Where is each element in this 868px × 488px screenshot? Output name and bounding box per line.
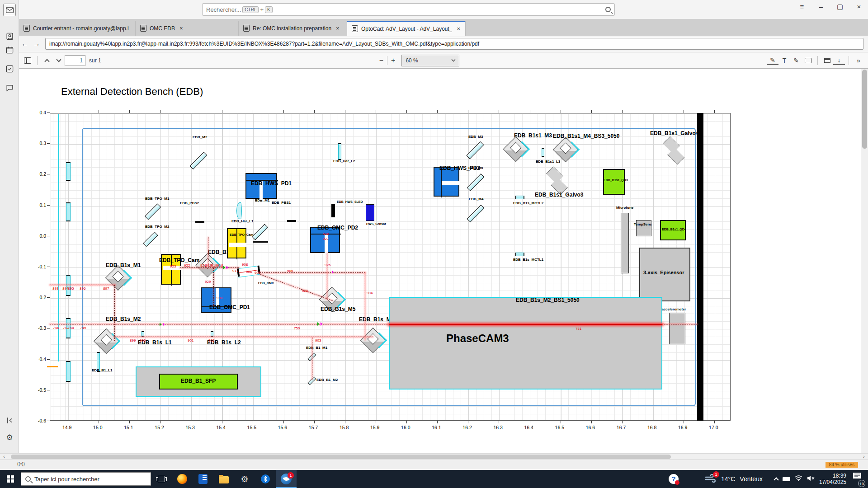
weather-condition[interactable]: Venteux <box>740 475 763 483</box>
thunderbird-icon[interactable]: 1 <box>276 470 297 488</box>
beam-b1-down <box>312 338 312 380</box>
battery-icon[interactable] <box>783 476 790 483</box>
more-tools-icon[interactable]: » <box>853 55 864 66</box>
lens-column-2 <box>66 202 71 221</box>
navigation-bar: ← → imap://romain.gouaty%40lapp.in2p3.fr… <box>19 36 868 52</box>
collapse-sidebar-icon[interactable] <box>3 414 16 427</box>
blabel: 901 <box>188 338 193 343</box>
previous-page-icon[interactable] <box>41 55 53 66</box>
task-view-button[interactable] <box>151 470 172 488</box>
edb-pbs1-label: EDB_PBS1 <box>272 201 291 205</box>
text-tool-icon[interactable]: T <box>778 55 790 66</box>
x-tick-label: 16.6 <box>586 425 595 430</box>
page-number-input[interactable]: 1 <box>65 55 85 66</box>
vertical-scrollbar[interactable] <box>861 69 868 453</box>
help-tray-icon[interactable]: ? <box>669 474 679 484</box>
tab-close-icon[interactable]: × <box>457 25 460 32</box>
pdf-toolbar: 1 sur 1 − + 60 % ✎ T ✎ ↓ » <box>19 52 868 69</box>
volume-muted-icon[interactable] <box>807 475 815 483</box>
x-tick-label: 17.0 <box>709 425 718 430</box>
x-tick-label: 16.2 <box>462 425 472 430</box>
x-tick-label: 16.8 <box>647 425 656 430</box>
bluetooth-icon[interactable] <box>255 470 276 488</box>
edb-b1s-m2-bs1-label: EDB_B1s_M2_BS1_5050 <box>516 297 580 303</box>
scroll-right-icon[interactable]: › <box>861 454 867 460</box>
file-explorer-icon[interactable] <box>213 470 234 488</box>
maximize-button[interactable]: ▢ <box>834 3 846 11</box>
document-tab-icon <box>243 25 250 32</box>
mark <box>163 323 166 326</box>
tab-close-icon[interactable]: × <box>179 25 183 32</box>
global-search-input[interactable]: Rechercher... CTRL + K <box>202 3 615 16</box>
download-icon[interactable]: ↓ <box>833 56 845 65</box>
blabel: 749 <box>80 326 86 330</box>
zoom-out-icon[interactable]: − <box>379 56 383 65</box>
blabel: 919 <box>211 263 217 267</box>
mail-app-icon[interactable] <box>193 470 213 488</box>
thunderbird-badge: 1 <box>288 472 294 479</box>
blabel: 908 <box>242 263 248 267</box>
address-book-icon[interactable] <box>3 30 16 42</box>
tab-close-icon[interactable]: × <box>336 25 340 32</box>
pdf-sidebar-toggle-icon[interactable] <box>22 55 33 66</box>
screen: ⚙ Rechercher... CTRL + K ≡ – ▢ × Courrie… <box>0 0 868 488</box>
app-menu-button[interactable]: ≡ <box>796 3 808 11</box>
close-button[interactable]: × <box>853 3 865 11</box>
x-tick-label: 15.8 <box>340 425 349 430</box>
edb-b1s-mctl1-label: EDB_B1s_MCTL1 <box>513 258 543 262</box>
tab-1[interactable]: OMC EDB× <box>136 21 239 36</box>
x-tick-label: 16.7 <box>617 425 626 430</box>
weather-icon[interactable]: 1 <box>705 474 717 484</box>
scroll-left-icon[interactable]: ‹ <box>1 454 7 460</box>
x-tick-label: 16.3 <box>493 425 502 430</box>
mail-space-icon[interactable] <box>3 4 16 16</box>
settings-icon[interactable]: ⚙ <box>234 470 255 488</box>
tab-label: Courrier entrant - romain.gouaty@lapp.i <box>33 25 129 32</box>
highlight-tool-icon[interactable]: ✎ <box>767 56 778 65</box>
zoom-select[interactable]: 60 % <box>401 55 459 66</box>
back-icon[interactable]: ← <box>19 40 31 48</box>
wifi-icon[interactable] <box>795 475 802 483</box>
edb-b1s1-qd3-label: EDB_B1s1_QD3 <box>604 178 628 182</box>
edb-m4-label: EDB_M4 <box>469 197 483 201</box>
edb-b1-l1-label: EDB_B1_L1 <box>92 368 112 372</box>
tasks-icon[interactable] <box>3 62 16 75</box>
blabel: 923 <box>170 264 176 268</box>
taskbar-clock[interactable]: 18:39 17/04/2025 <box>819 473 846 485</box>
blabel: 927 <box>323 237 329 241</box>
settings-gear-icon[interactable]: ⚙ <box>3 431 16 444</box>
chat-icon[interactable] <box>3 81 16 94</box>
tab-label: OMC EDB <box>150 25 175 32</box>
notification-center-icon[interactable]: 10 <box>851 472 864 486</box>
weather-temp[interactable]: 14°C <box>721 475 735 483</box>
x-tick-label: 15.2 <box>155 425 164 430</box>
blabel: 926 <box>325 263 330 267</box>
firefox-icon[interactable] <box>172 470 193 488</box>
draw-tool-icon[interactable]: ✎ <box>790 55 802 66</box>
calendar-icon[interactable] <box>3 43 16 56</box>
tray-overflow-icon[interactable] <box>774 477 778 482</box>
horizontal-scrollbar-thumb[interactable] <box>11 455 671 459</box>
minimize-button[interactable]: – <box>815 3 827 11</box>
url-input[interactable]: imap://romain.gouaty%40lapp.in2p3.fr@lap… <box>45 38 863 50</box>
start-button[interactable] <box>0 470 21 488</box>
next-page-icon[interactable] <box>53 55 65 66</box>
edb-b1s1-qd3 <box>603 169 625 195</box>
kbd-ctrl: CTRL <box>242 6 259 13</box>
forward-icon[interactable]: → <box>31 40 42 48</box>
y-tick-label: -0.2 <box>33 295 46 300</box>
print-icon[interactable] <box>821 55 833 66</box>
image-tool-icon[interactable] <box>802 55 814 66</box>
edb-b1s1-m4-label: EDB_B1s1_M4_BS3_5050 <box>553 133 619 139</box>
taskbar-search-input[interactable]: Taper ici pour rechercher <box>21 472 151 486</box>
mark <box>226 266 230 269</box>
zoom-in-icon[interactable]: + <box>391 56 395 65</box>
tab-0[interactable]: Courrier entrant - romain.gouaty@lapp.i <box>19 21 136 36</box>
edb-hws-pd2-label: EDB_HWS_PD2 <box>439 165 480 171</box>
vertical-scrollbar-thumb[interactable] <box>862 70 867 149</box>
tab-2[interactable]: Re: OMC installation preparation× <box>239 21 347 36</box>
horizontal-scrollbar[interactable]: ‹ › <box>0 453 868 460</box>
tab-3[interactable]: OptoCad: AdV_Layout - AdV_Layout_× <box>347 21 466 36</box>
blabel: 907 <box>255 271 260 275</box>
x-tick-label: 15.1 <box>124 425 133 430</box>
